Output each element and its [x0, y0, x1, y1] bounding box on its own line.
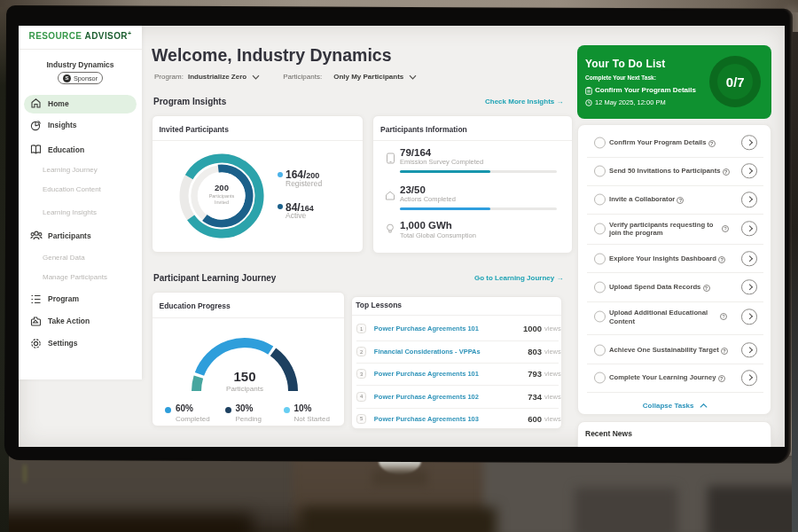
svg-text:200: 200	[215, 183, 229, 192]
svg-text:Participants: Participants	[208, 193, 234, 199]
svg-text:Invited: Invited	[214, 200, 228, 205]
